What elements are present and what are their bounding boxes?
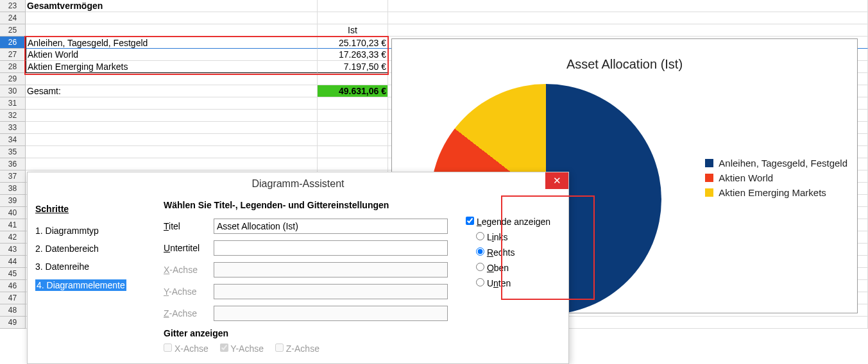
row-header[interactable]: 44 — [0, 256, 26, 268]
row-header[interactable]: 40 — [0, 207, 26, 219]
row-header[interactable]: 49 — [0, 317, 26, 329]
radio-legend-top[interactable]: Oben — [464, 263, 561, 273]
row-header[interactable]: 31 — [0, 97, 26, 110]
cell[interactable] — [26, 24, 318, 37]
row-header-selected[interactable]: 26 — [0, 37, 26, 49]
cell-a26[interactable]: Anleihen, Tagesgeld, Festgeld — [26, 37, 318, 49]
row-header[interactable]: 27 — [0, 49, 26, 61]
row-header[interactable]: 39 — [0, 195, 26, 207]
label-subtitle: Untertitel — [164, 243, 214, 253]
row-header[interactable]: 36 — [0, 158, 26, 170]
cell-a30[interactable]: Gesamt: — [26, 85, 318, 97]
checkbox-grid-z: Z-Achse — [275, 343, 319, 354]
dialog-title: Diagramm-Assistent ✕ — [28, 172, 568, 195]
input-zaxis — [214, 306, 448, 321]
radio-legend-right[interactable]: Rechts — [464, 247, 561, 258]
input-yaxis — [214, 284, 448, 299]
step-diagrammelemente[interactable]: 4. Diagrammelemente — [35, 279, 126, 291]
form-header: Wählen Sie Titel-, Legenden- und Gittere… — [164, 200, 464, 210]
checkbox-grid-y: Y-Achse — [220, 343, 264, 354]
legend-options: Legende anzeigen Links Rechts Oben Unten — [464, 195, 561, 354]
legend-swatch-icon — [705, 159, 713, 167]
row-header[interactable]: 42 — [0, 231, 26, 244]
cell-b28[interactable]: 7.197,50 € — [318, 61, 388, 73]
cell[interactable] — [388, 24, 868, 37]
cell-rest[interactable] — [388, 0, 868, 12]
close-button[interactable]: ✕ — [545, 172, 568, 189]
row-header[interactable]: 48 — [0, 304, 26, 317]
cell-b26[interactable]: 25.170,23 € — [318, 37, 388, 49]
row-header[interactable]: 25 — [0, 24, 26, 37]
row-header[interactable]: 28 — [0, 61, 26, 73]
cell[interactable] — [26, 12, 318, 24]
row-header[interactable]: 47 — [0, 292, 26, 304]
label-yaxis: Y-Achse — [164, 286, 214, 297]
row-header[interactable]: 46 — [0, 280, 26, 292]
grid-header: Gitter anzeigen — [164, 328, 464, 338]
input-title[interactable] — [214, 219, 448, 234]
row-header[interactable]: 23 — [0, 0, 26, 12]
cell[interactable] — [388, 12, 868, 24]
steps-header: Schritte — [35, 204, 164, 214]
row-header[interactable]: 32 — [0, 110, 26, 122]
chart-legend: Anleihen, Tagesgeld, Festgeld Aktien Wor… — [705, 158, 847, 202]
legend-label: Aktien World — [719, 172, 773, 183]
row-header[interactable]: 29 — [0, 73, 26, 85]
cell[interactable] — [26, 73, 318, 85]
wizard-steps: Schritte 1. Diagrammtyp 2. Datenbereich … — [35, 195, 164, 354]
legend-label: Anleihen, Tagesgeld, Festgeld — [719, 158, 847, 169]
row-header[interactable]: 43 — [0, 244, 26, 256]
row-header[interactable]: 41 — [0, 219, 26, 231]
chart-title: Asset Allocation (Ist) — [392, 39, 857, 72]
input-xaxis — [214, 262, 448, 277]
step-datenbereich[interactable]: 2. Datenbereich — [35, 244, 164, 254]
column-header-ist[interactable]: Ist — [318, 24, 388, 37]
label-title: Titel — [164, 221, 214, 231]
checkbox-grid-x: X-Achse — [164, 343, 208, 354]
label-xaxis: X-Achse — [164, 265, 214, 275]
row-header[interactable]: 30 — [0, 85, 26, 97]
cell-a28[interactable]: Aktien Emerging Markets — [26, 61, 318, 73]
legend-item: Anleihen, Tagesgeld, Festgeld — [705, 158, 847, 169]
legend-item: Aktien Emerging Markets — [705, 187, 847, 198]
radio-legend-left[interactable]: Links — [464, 232, 561, 242]
cell[interactable] — [318, 73, 388, 85]
cell[interactable] — [318, 12, 388, 24]
input-subtitle[interactable] — [214, 240, 448, 256]
step-datenreihe[interactable]: 3. Datenreihe — [35, 261, 164, 272]
cell-b23[interactable] — [318, 0, 388, 12]
cell-b30-total[interactable]: 49.631,06 € — [318, 85, 388, 97]
cell-b27[interactable]: 17.263,33 € — [318, 49, 388, 61]
row-header[interactable]: 35 — [0, 146, 26, 158]
checkbox-show-legend[interactable]: Legende anzeigen — [464, 217, 561, 227]
cell-a27[interactable]: Aktien World — [26, 49, 318, 61]
row-header[interactable]: 45 — [0, 268, 26, 280]
legend-label: Aktien Emerging Markets — [719, 187, 826, 198]
row-header[interactable]: 34 — [0, 134, 26, 146]
step-diagrammtyp[interactable]: 1. Diagrammtyp — [35, 226, 164, 236]
label-zaxis: Z-Achse — [164, 308, 214, 318]
row-header[interactable]: 33 — [0, 122, 26, 134]
close-icon: ✕ — [553, 175, 561, 186]
row-header[interactable]: 37 — [0, 170, 26, 183]
legend-item: Aktien World — [705, 172, 847, 183]
radio-legend-bottom[interactable]: Unten — [464, 278, 561, 288]
row-header[interactable]: 24 — [0, 12, 26, 24]
legend-swatch-icon — [705, 188, 713, 197]
form-panel: Wählen Sie Titel-, Legenden- und Gittere… — [164, 195, 464, 354]
row-header[interactable]: 38 — [0, 183, 26, 195]
legend-swatch-icon — [705, 174, 713, 182]
chart-wizard-dialog: Diagramm-Assistent ✕ Schritte 1. Diagram… — [27, 172, 569, 364]
cell-a23[interactable]: Gesamtvermögen — [26, 0, 318, 12]
